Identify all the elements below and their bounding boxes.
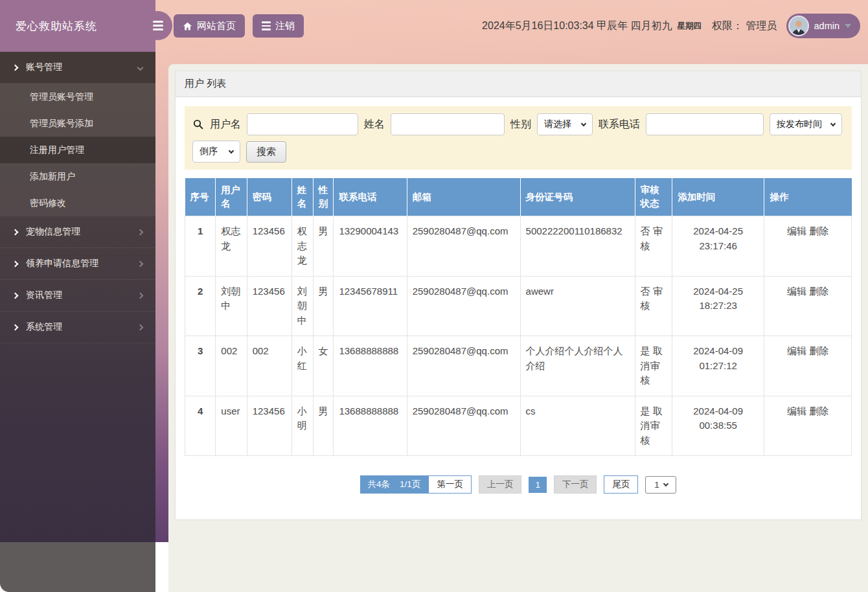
sidebar-item-系统管理[interactable]: 系统管理 [0, 312, 155, 343]
sidebar-item-label: 宠物信息管理 [26, 226, 138, 238]
chevron-down-icon [845, 24, 851, 28]
user-menu[interactable]: admin [786, 14, 861, 38]
delete-link[interactable]: 删除 [809, 286, 828, 297]
cell-email: 2590280487@qq.com [407, 336, 520, 396]
gender-label: 性别 [510, 118, 531, 131]
sidebar-item-领养申请信息管理[interactable]: 领养申请信息管理 [0, 248, 155, 280]
cell-ops: 编辑 删除 [764, 276, 852, 336]
name-label: 姓名 [364, 118, 385, 131]
pagination: 共4条 1/1页 第一页 上一页 1 下一页 尾页 1 [185, 475, 852, 494]
sidebar-item-添加新用户[interactable]: 添加新用户 [0, 163, 155, 190]
cell-email: 2590280487@qq.com [407, 396, 520, 456]
sidebar-item-管理员账号添加[interactable]: 管理员账号添加 [0, 110, 155, 137]
cell-phone: 13688888888 [334, 396, 407, 456]
column-header: 性别 [313, 178, 334, 216]
username-label: 用户名 [210, 118, 241, 131]
audit-status: 是 [641, 405, 653, 416]
cell-audit: 否 审核 [635, 276, 672, 336]
cell-gender: 男 [313, 396, 334, 456]
sidebar-item-label: 账号管理 [26, 62, 138, 73]
cell-ops: 编辑 删除 [764, 216, 852, 277]
cell-gender: 女 [313, 336, 334, 396]
username-input[interactable] [247, 113, 358, 135]
sidebar-item-账号管理[interactable]: 账号管理 [0, 52, 155, 84]
table-row: 4user123456小明男136888888882590280487@qq.c… [185, 396, 852, 456]
cell-idcard: cs [520, 396, 635, 456]
chevron-down-icon [229, 148, 234, 153]
cell-name: 小明 [291, 396, 313, 456]
role-text: 权限： 管理员 [712, 19, 777, 33]
cell-ops: 编辑 删除 [764, 396, 852, 456]
chevron-right-icon [12, 324, 19, 330]
cell-time: 2024-04-09 00:38:55 [672, 396, 764, 456]
home-button[interactable]: 网站首页 [174, 14, 245, 38]
chevron-right-icon [137, 260, 144, 267]
weekday-text: 星期四 [678, 21, 702, 32]
page-jump-select[interactable]: 1 [645, 476, 676, 494]
cell-no: 4 [185, 396, 216, 456]
sidebar-item-label: 管理员账号管理 [30, 91, 155, 103]
cell-email: 2590280487@qq.com [407, 216, 520, 277]
current-page-button[interactable]: 1 [529, 477, 547, 493]
delete-link[interactable]: 删除 [809, 345, 828, 356]
name-input[interactable] [391, 113, 505, 135]
cell-username: 权志龙 [216, 216, 247, 277]
cell-username: 刘朝中 [216, 276, 247, 336]
edit-link[interactable]: 编辑 [787, 405, 806, 416]
last-page-button[interactable]: 尾页 [604, 475, 638, 494]
column-header: 邮箱 [407, 178, 520, 216]
sidebar-item-注册用户管理[interactable]: 注册用户管理 [0, 137, 155, 163]
users-table: 序号用户名密码姓名性别联系电话邮箱身份证号码审核状态添加时间操作 1权志龙123… [185, 178, 852, 456]
sidebar-item-label: 注册用户管理 [30, 144, 155, 156]
chevron-right-icon [12, 292, 19, 299]
chevron-down-icon [137, 64, 144, 71]
phone-label: 联系电话 [599, 118, 640, 131]
column-header: 序号 [185, 178, 216, 216]
gender-select[interactable]: 请选择 [537, 113, 593, 135]
hamburger-icon [153, 21, 163, 23]
cell-idcard: awewr [520, 276, 635, 336]
sidebar: 账号管理管理员账号管理管理员账号添加注册用户管理添加新用户密码修改宠物信息管理领… [0, 52, 155, 542]
cell-password: 123456 [247, 276, 291, 336]
sidebar-toggle-button[interactable] [143, 11, 172, 40]
chevron-right-icon [12, 260, 19, 267]
card-body: 用户名 姓名 性别 请选择 联系电话 按发布时间 [176, 97, 861, 519]
phone-input[interactable] [646, 113, 764, 135]
next-page-button[interactable]: 下一页 [554, 475, 597, 494]
sort-field-select[interactable]: 按发布时间 [770, 113, 842, 135]
cell-password: 123456 [247, 396, 291, 456]
user-list-card: 用户 列表 用户名 姓名 性别 请选择 [175, 71, 862, 520]
search-icon [192, 119, 204, 130]
sidebar-item-宠物信息管理[interactable]: 宠物信息管理 [0, 216, 155, 248]
sidebar-item-管理员账号管理[interactable]: 管理员账号管理 [0, 84, 155, 110]
cell-name: 小红 [291, 336, 313, 396]
cell-phone: 13688888888 [334, 336, 407, 396]
column-header: 用户名 [216, 178, 247, 216]
edit-link[interactable]: 编辑 [787, 225, 806, 236]
delete-link[interactable]: 删除 [809, 225, 828, 236]
first-page-button[interactable]: 第一页 [428, 475, 472, 494]
sort-order-select[interactable]: 倒序 [192, 141, 240, 163]
audit-status: 否 [641, 225, 653, 236]
column-header: 联系电话 [334, 178, 407, 216]
cell-username: 002 [216, 336, 247, 396]
edit-link[interactable]: 编辑 [787, 345, 806, 356]
cell-email: 2590280487@qq.com [407, 276, 520, 336]
list-icon [262, 21, 271, 30]
main-content: 用户 列表 用户名 姓名 性别 请选择 [168, 64, 868, 592]
prev-page-button[interactable]: 上一页 [479, 475, 522, 494]
cell-no: 2 [185, 276, 216, 336]
sidebar-item-label: 领养申请信息管理 [26, 258, 138, 269]
column-header: 身份证号码 [520, 178, 635, 216]
cell-audit: 是 取消审核 [635, 396, 672, 456]
cell-audit: 否 审核 [635, 216, 672, 277]
delete-link[interactable]: 删除 [809, 405, 828, 416]
logout-button[interactable]: 注销 [253, 14, 304, 38]
search-button[interactable]: 搜索 [246, 141, 286, 163]
sidebar-item-资讯管理[interactable]: 资讯管理 [0, 280, 155, 312]
column-header: 操作 [764, 178, 852, 216]
edit-link[interactable]: 编辑 [787, 286, 806, 297]
cell-password: 123456 [247, 216, 291, 277]
table-row: 2刘朝中123456刘朝中男123456789112590280487@qq.c… [185, 276, 852, 336]
sidebar-item-密码修改[interactable]: 密码修改 [0, 190, 155, 216]
